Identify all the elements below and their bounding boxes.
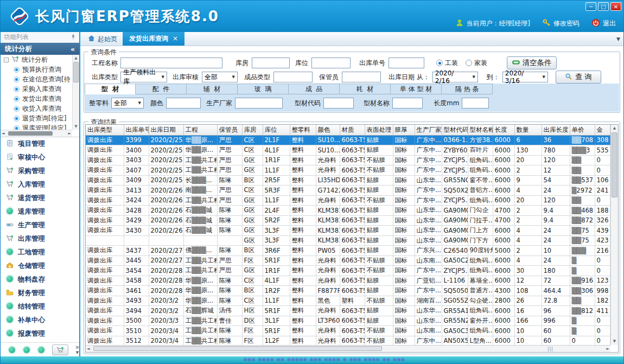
column-header[interactable]: 出库日期 [149,125,183,135]
sidebar-item-报废管理[interactable]: 报废管理 [1,327,79,341]
column-header[interactable]: 出库单号 [124,125,149,135]
scroll-down-icon[interactable]: ▼ [73,123,79,130]
table-horizontal-scrollbar[interactable]: ◄ ||| ► [86,345,610,352]
logout-button[interactable]: 退出 [591,18,616,29]
keeper-input[interactable] [342,72,381,82]
sidebar-item-结转管理[interactable]: 结转管理 [1,300,79,314]
tree-horizontal-scrollbar[interactable]: ◄ ► [1,130,72,137]
tree-vertical-scrollbar[interactable]: ▲ ▼ [72,55,79,130]
sidebar-item-生产管理[interactable]: 生产管理 [1,219,79,232]
table-row[interactable]: 调拨出库34932020/3/2华▒▒原...陈琳C区1L1F整料黑色塑料不贴膜… [86,296,610,306]
maximize-button[interactable]: □ [598,2,609,11]
material-tab[interactable]: 辅 材 [187,84,238,94]
scroll-left-icon[interactable]: ◄ [2,130,4,137]
sidebar-item-审核中心[interactable]: 审核中心 [1,151,79,164]
green-dot-icon[interactable] [9,347,15,353]
sidebar-item-出库管理[interactable]: 出库管理 [1,232,79,246]
column-header[interactable]: 出库长度 [542,125,570,135]
outbound-audit-select[interactable]: 全部▼ [202,72,238,82]
radio-jiazhuang[interactable] [466,60,472,66]
tree-item[interactable]: 发货出库查询 [1,94,72,104]
profile-name-input[interactable] [392,98,423,108]
tab-close-icon[interactable]: × [173,35,178,42]
minimize-button[interactable]: ─ [585,2,596,11]
sidebar-item-项目管理[interactable]: 项目管理 [1,137,79,151]
table-row[interactable]: 调拨出库35002020/3/3工▒▒共工程曹佳D区3L1F整料LT3P6060… [86,316,610,326]
table-row[interactable]: 调拨出库34542020/2/28工▒▒共工程严思G区1R1F整料光身料6063… [86,266,610,276]
scroll-thumb[interactable] [93,346,382,351]
scroll-right-icon[interactable]: ► [68,130,71,137]
table-row[interactable]: 调拨出库35102020/3/4工▒▒共工程陈琳F区5R1F整料光身料6063-… [86,326,610,336]
green-dot-icon[interactable] [38,347,44,353]
table-row[interactable]: 调拨出库34032020/2/25工▒▒共工程严思G区1R1F整料光身料6063… [86,155,610,165]
manufacturer-input[interactable] [235,98,283,108]
profile-code-input[interactable] [323,98,354,108]
column-header[interactable]: 膜厚 [393,125,415,135]
green-dot-icon[interactable] [23,347,30,353]
material-tab[interactable]: 玻 璃 [238,84,289,94]
scroll-up-icon[interactable]: ▲ [73,55,79,61]
outbound-type-select[interactable]: 生产领料出库▼ [120,72,167,82]
scroll-down-icon[interactable]: ▼ [611,338,618,345]
search-button[interactable]: 查 询 [556,71,601,84]
scroll-up-icon[interactable]: ▲ [611,125,618,132]
column-header[interactable]: 型材代码 [442,125,468,135]
table-row[interactable]: 调拨出库34292020/2/26石▒▒▒城陈琳G区5R2F整料KLM38176… [86,215,610,226]
change-password-button[interactable]: 修改密码 [542,18,580,29]
sidebar-item-仓储管理[interactable]: 仓储管理 [1,259,79,273]
tree-collapse-icon[interactable]: - [4,58,9,62]
clear-conditions-button[interactable]: 清空条件 [507,56,557,69]
sidebar-item-退库管理[interactable]: 退库管理 [1,205,79,219]
column-header[interactable]: 出库类型 [86,125,124,135]
column-header[interactable]: 数量 [514,125,542,135]
cart-toolbar-button[interactable] [52,344,68,355]
table-row[interactable]: 调拨出库34582020/2/28华▒▒原...陈琳C区4L1F整料光身料606… [86,276,610,286]
column-header[interactable]: 金 [595,125,610,135]
location-input[interactable] [311,58,351,68]
table-row[interactable]: 调拨出库34612020/2/28华▒▒原...陈琳B区1R2F整料F8877F… [86,286,610,296]
sidebar-section-statistics[interactable]: 统计分析 « [1,43,79,55]
order-no-input[interactable] [389,58,424,68]
table-row[interactable]: 调拨出库33992020/2/25华▒▒原...严思C区2L1F整料SU10..… [86,135,610,145]
sidebar-item-工地管理[interactable]: 工地管理 [1,246,79,259]
sidebar-item-入库管理[interactable]: 入库管理 [1,178,79,191]
column-header[interactable]: 型材名称 [468,125,493,135]
toolbar-overflow-button[interactable]: »▼ [75,344,79,355]
column-header[interactable]: 长度 [493,125,514,135]
scroll-thumb[interactable] [73,62,79,82]
sidebar-item-财务管理[interactable]: 财务管理 [1,286,79,300]
table-row[interactable]: 调拨出库34092020/2/25长▒▒▒...陈琳B区2R5F整料LI35HD… [86,175,610,186]
collapse-icon[interactable]: « [71,45,75,53]
table-row[interactable]: G区3L3F整料KLM38176063-T5贴膜国标山东华...GA90MO9.… [86,235,610,246]
column-header[interactable]: 生产厂家 [415,125,442,135]
table-row[interactable]: 调拨出库34242020/2/26工▒▒共工程严思G区1L1F整料光身料6063… [86,195,610,206]
scroll-thumb[interactable] [8,131,53,136]
color-input[interactable] [166,98,201,108]
tree-item[interactable]: 预算执行查询 [1,65,72,74]
material-tab[interactable]: 成 品 [289,84,340,94]
tree-item[interactable]: 在途信息查询[待 [1,74,72,84]
tree-item[interactable]: 退库管理[待定] [1,123,72,130]
tree-item[interactable]: 收货入库查询 [1,104,72,113]
warehouse-input[interactable] [252,58,290,68]
table-vertical-scrollbar[interactable]: ▲ ▼ [610,125,618,345]
scroll-right-icon[interactable]: ► [607,346,609,353]
sidebar-item-退货管理[interactable]: 退货管理 [1,191,79,205]
whole-scrap-select[interactable]: 全部▼ [111,98,144,108]
column-header[interactable]: 材质 [340,125,365,135]
table-row[interactable]: 调拨出库34452020/2/27工▒▒共工程严思F区5R1F整料光身料6063… [86,256,610,266]
tree-item[interactable]: 采购入库查询 [1,84,72,94]
column-header[interactable]: 保管员 [217,125,242,135]
material-tab[interactable]: 单 体 型 材 [391,84,442,94]
column-header[interactable]: 库位 [263,125,290,135]
sidebar-item-补单中心[interactable]: 补单中心 [1,314,79,327]
pin-icon[interactable] [71,34,76,41]
tab-shipment-outbound-query[interactable]: 发货出库查询 × [123,32,184,46]
length-input[interactable] [462,98,489,108]
radio-gongzhuang[interactable] [436,60,443,66]
table-row[interactable]: 调拨出库34282020/2/26石▒▒▒城陈琳G区2L4F整料KLM38176… [86,206,610,216]
column-header[interactable]: 整零料 [290,125,316,135]
column-header[interactable]: 表面处理 [365,125,393,135]
product-type-input[interactable] [273,72,313,82]
date-to-select[interactable]: 2020/ 3/16▼ [502,72,548,82]
